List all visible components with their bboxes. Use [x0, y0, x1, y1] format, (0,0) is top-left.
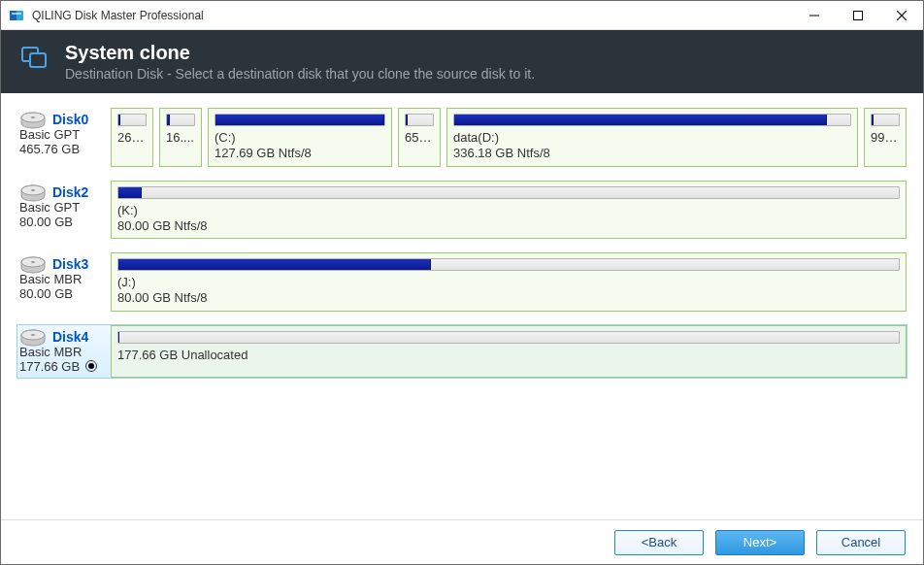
disk-info: Disk0Basic GPT465.76 GB: [17, 108, 111, 167]
usage-bar: [117, 114, 147, 126]
usage-bar: [871, 114, 900, 126]
disk-row[interactable]: Disk4Basic MBR177.66 GB 177.66 GB Unallo…: [16, 324, 908, 380]
partition-label: (J:): [117, 275, 900, 290]
disk-name: Disk3: [52, 256, 111, 272]
usage-bar: [117, 186, 900, 199]
partition-strip: 177.66 GB Unallocated: [111, 325, 907, 379]
header-text: System clone Destination Disk - Select a…: [65, 42, 535, 82]
partition-label: 260...: [117, 130, 147, 146]
svg-rect-4: [853, 11, 862, 19]
back-button[interactable]: <Back: [614, 530, 704, 555]
svg-point-11: [31, 116, 35, 118]
disk-size: 177.66 GB: [19, 359, 111, 375]
disk-info: Disk3Basic MBR80.00 GB: [17, 252, 111, 312]
radio-selected-icon: [85, 360, 97, 372]
partition[interactable]: 995...: [864, 108, 907, 167]
disk-row[interactable]: Disk3Basic MBR80.00 GB (J:)80.00 GB Ntfs…: [16, 251, 908, 313]
partition[interactable]: (C:)127.69 GB Ntfs/8: [208, 108, 392, 167]
app-title: QILING Disk Master Professional: [32, 9, 792, 22]
titlebar: QILING Disk Master Professional: [1, 1, 923, 30]
partition-label: (C:): [214, 130, 385, 146]
disk-name: Disk0: [52, 112, 111, 127]
clone-icon: [20, 42, 50, 71]
page-subtitle: Destination Disk - Select a destination …: [65, 66, 535, 82]
disk-size: 80.00 GB: [19, 286, 111, 301]
partition[interactable]: 653...: [398, 108, 441, 167]
partition[interactable]: 260...: [111, 108, 153, 167]
disk-size: 80.00 GB: [19, 215, 111, 229]
maximize-button[interactable]: [836, 1, 879, 29]
partition-label: 653...: [405, 130, 434, 146]
app-window: QILING Disk Master Professional System c…: [0, 0, 924, 565]
partition[interactable]: (J:)80.00 GB Ntfs/8: [111, 252, 907, 312]
cancel-button[interactable]: Cancel: [816, 530, 906, 555]
disk-info: Disk2Basic GPT80.00 GB: [17, 181, 111, 240]
disk-row[interactable]: Disk2Basic GPT80.00 GB (K:)80.00 GB Ntfs…: [16, 180, 908, 241]
partition[interactable]: 177.66 GB Unallocated: [111, 325, 907, 379]
partition-label: 995...: [871, 130, 900, 146]
disk-icon: [19, 112, 47, 135]
partition-detail: 127.69 GB Ntfs/8: [214, 146, 385, 161]
usage-bar: [214, 114, 385, 126]
svg-rect-1: [10, 11, 16, 20]
app-icon: [9, 8, 24, 23]
partition-detail: 336.18 GB Ntfs/8: [453, 146, 851, 161]
next-button[interactable]: Next>: [715, 530, 805, 555]
disk-list: Disk0Basic GPT465.76 GB 260...16....(C:)…: [1, 93, 923, 519]
usage-bar: [166, 114, 195, 126]
partition-label: (K:): [117, 203, 900, 218]
svg-rect-8: [30, 53, 46, 67]
usage-bar: [453, 114, 851, 126]
svg-rect-2: [12, 13, 21, 15]
usage-bar: [117, 331, 900, 344]
partition-strip: (K:)80.00 GB Ntfs/8: [111, 181, 907, 240]
minimize-button[interactable]: [792, 1, 836, 29]
svg-point-17: [31, 261, 35, 263]
page-header: System clone Destination Disk - Select a…: [1, 30, 923, 93]
partition-detail: 177.66 GB Unallocated: [117, 348, 900, 363]
disk-info: Disk4Basic MBR177.66 GB: [17, 325, 111, 379]
footer: <Back Next> Cancel: [1, 519, 923, 564]
svg-point-14: [31, 189, 35, 191]
close-button[interactable]: [879, 1, 923, 29]
partition-label: data(D:): [453, 130, 851, 146]
partition-detail: 80.00 GB Ntfs/8: [117, 218, 900, 234]
disk-size: 465.76 GB: [19, 142, 111, 156]
partition[interactable]: (K:)80.00 GB Ntfs/8: [111, 181, 907, 240]
svg-point-20: [31, 334, 35, 336]
usage-bar: [405, 114, 434, 126]
partition-label: 16....: [166, 130, 195, 146]
disk-icon: [19, 329, 47, 352]
disk-row[interactable]: Disk0Basic GPT465.76 GB 260...16....(C:)…: [16, 107, 908, 168]
partition-strip: (J:)80.00 GB Ntfs/8: [111, 252, 907, 312]
disk-name: Disk2: [52, 184, 111, 200]
partition-detail: 80.00 GB Ntfs/8: [117, 290, 900, 306]
partition-strip: 260...16....(C:)127.69 GB Ntfs/8653...da…: [111, 108, 907, 167]
window-controls: [792, 1, 923, 29]
usage-bar: [117, 258, 900, 271]
disk-name: Disk4: [52, 329, 111, 345]
partition[interactable]: 16....: [159, 108, 202, 167]
partition[interactable]: data(D:)336.18 GB Ntfs/8: [446, 108, 858, 167]
disk-icon: [19, 256, 47, 280]
disk-icon: [19, 184, 47, 208]
page-title: System clone: [65, 42, 535, 64]
